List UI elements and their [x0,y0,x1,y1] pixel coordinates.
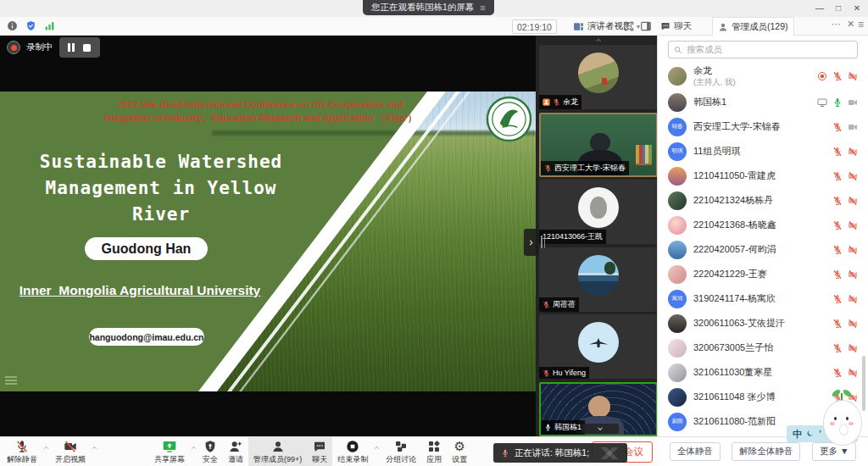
cam-off-icon [848,171,858,181]
member-row[interactable]: 明琪11组员明琪 [658,139,868,164]
cam-gray-icon [848,97,858,108]
video-tile[interactable]: Hu Yifeng [539,314,658,379]
breakout-icon [394,440,408,453]
unmute-all-button[interactable]: 解除全体静音 [732,442,800,461]
panel-more-button[interactable]: ⋯ [832,19,841,30]
status-icons [7,20,55,31]
moon-icon[interactable] [806,430,815,438]
member-row[interactable]: 3210611030董寒星 [658,360,868,385]
stop-record-icon [346,440,359,453]
search-icon [674,46,682,54]
ime-mode-label[interactable]: 中 [793,428,802,441]
video-tile[interactable]: 余龙 [539,45,658,109]
chevron-up-icon[interactable] [190,444,198,452]
member-row[interactable]: 3200673005兰子怡 [658,336,868,360]
video-participant-name: 韩国栋1 [554,422,581,433]
banner-menu-icon[interactable]: ≡ [480,3,485,13]
video-tile[interactable]: 周蓓蓓 [539,247,658,312]
toolbar-label: 解除静音 [7,454,37,465]
member-row[interactable]: 2210421324杨栋丹 [658,188,868,213]
video-participant-name: 余龙 [563,97,578,108]
cam-off-icon [848,71,858,81]
member-row[interactable]: 1210411050-雷建虎 [658,164,868,188]
member-row[interactable]: 余龙(主持人, 我) [658,62,868,90]
cam-off-icon [848,368,858,378]
toolbar-invite-button[interactable]: 邀请 [223,437,248,466]
chevron-up-icon[interactable] [590,36,607,44]
member-status-icons [817,71,858,81]
member-row[interactable]: 寓欣3190241174-杨寓欣 [658,286,868,311]
member-status-icons [832,343,858,353]
close-button[interactable]: ✕ [849,1,865,14]
member-status-icons [832,220,858,230]
member-info: 3200611063-艾依提汗 [693,317,826,330]
toolbar-apps-button[interactable]: 应用 [421,437,447,466]
toolbar-settings-button[interactable]: ⚙设置 [447,437,472,466]
toolbar-mic-off-button[interactable]: 解除静音 [2,437,42,466]
stop-recording-button[interactable] [83,44,91,52]
member-row[interactable]: 3200611063-艾依提汗 [658,311,868,336]
chevron-up-icon[interactable] [373,444,381,452]
maximize-button[interactable]: □ [831,1,846,14]
fullscreen-button[interactable] [623,20,635,36]
member-info: 2210421324杨栋丹 [693,194,826,207]
toolbar-breakout-button[interactable]: 分组讨论 [381,437,421,466]
watching-screen-banner[interactable]: 您正在观看韩国栋1的屏幕 ≡ [363,0,494,15]
slide-title: Sustainable Watershed Management in Yell… [13,149,309,228]
minimize-button[interactable]: — [812,1,827,14]
shield-icon [203,440,217,453]
mic-off-icon [832,319,843,329]
video-tile[interactable]: 1210413066-王凯 [539,180,658,244]
panel-toggle-button[interactable] [640,20,652,36]
cam-gray-icon [848,122,858,132]
member-name: 1210411050-雷建虎 [693,169,826,182]
mute-all-button[interactable]: 全体静音 [670,442,721,461]
member-row[interactable]: 锦春西安理工大学-宋锦春 [658,114,868,139]
toolbar-camera-off-button[interactable]: 开启视频 [50,437,91,466]
toolbar-stop-record-button[interactable]: 结束录制 [332,437,373,466]
strip-collapse-handle[interactable] [524,229,538,256]
slide-title-line2: Management in Yellow River [13,175,309,228]
video-tile[interactable]: 韩国栋1 [539,382,658,436]
member-panel: 搜索成员 余龙(主持人, 我)韩国栋1锦春西安理工大学-宋锦春明琪11组员明琪1… [657,36,868,441]
cam-off-icon [848,343,858,353]
video-tile[interactable]: 西安理工大学-宋锦春 [539,113,658,177]
panel-close-button[interactable]: ✕ [847,19,854,30]
tab-chat[interactable]: 聊天 [655,17,697,36]
toolbar-shield-button[interactable]: 安全 [198,437,223,466]
chevron-up-icon[interactable] [42,444,50,452]
avatar [668,388,687,407]
member-info: 3200673005兰子怡 [693,341,826,354]
member-status-icons [817,97,858,108]
avatar: 寓欣 [668,290,687,308]
speaking-toast-text: 正在讲话: 韩国栋1; [515,447,589,459]
member-row[interactable]: 2220421229-王赛 [658,262,868,286]
mic-off-icon [832,220,843,230]
panel-menu-icon[interactable]: ≡ [858,19,864,31]
toolbar-chat-button[interactable]: 聊天 [307,437,332,466]
member-row[interactable]: 2220420057-何昀涓 [658,237,868,262]
info-icon[interactable] [7,20,18,31]
jet-cartoon [578,322,619,363]
chevron-up-icon[interactable] [91,444,98,452]
network-signal-icon[interactable] [44,20,55,31]
member-row[interactable]: 韩国栋1 [658,90,868,114]
ime-mascot[interactable] [819,388,865,446]
toolbar-members-button[interactable]: 管理成员(99+) [248,437,307,466]
toolbar-share-screen-button[interactable]: 共享屏幕 [149,437,190,466]
member-row[interactable]: 2210421368-杨晓鑫 [658,213,868,237]
member-name: 2220420057-何昀涓 [693,243,826,256]
tab-members[interactable]: 管理成员(129) [712,17,794,36]
speaker-view-icon [573,21,584,32]
strip-resize-bars[interactable] [541,236,545,248]
toolbar-label: 安全 [203,454,218,465]
pause-recording-button[interactable] [68,43,75,52]
toolbar-label: 开启视频 [55,454,86,465]
avatar: 锦春 [668,118,687,136]
member-name: 西安理工大学-宋锦春 [693,120,826,133]
shield-check-icon[interactable] [25,20,36,31]
avatar [668,314,687,333]
slide-list-icon [5,374,17,386]
tile-chevron-down-button[interactable] [581,424,619,434]
search-input[interactable]: 搜索成员 [668,41,858,58]
